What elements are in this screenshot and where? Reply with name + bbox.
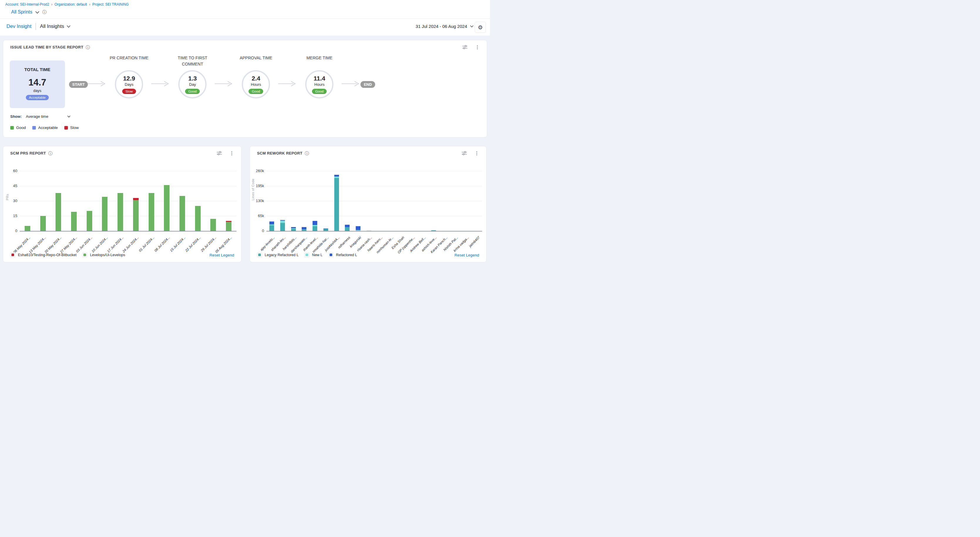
all-insights-label: All Insights bbox=[40, 24, 64, 29]
stage-unit: Hours bbox=[314, 82, 325, 87]
sprint-selector-label[interactable]: All Sprints bbox=[11, 10, 32, 15]
kebab-menu-icon[interactable]: ⋮ bbox=[229, 150, 234, 156]
stage-status-badge: Good bbox=[248, 89, 263, 94]
stage-circle[interactable]: 2.4HoursGood bbox=[242, 70, 270, 99]
bar-segment[interactable] bbox=[323, 229, 328, 229]
show-dropdown[interactable]: Average time bbox=[26, 114, 70, 119]
reset-legend-link[interactable]: Reset Legend bbox=[455, 253, 479, 257]
stage-circle[interactable]: 11.4HoursGood bbox=[305, 70, 333, 99]
issue-lead-time-panel: ISSUE LEAD TIME BY STAGE REPORT ⓘ ⋮ TOTA… bbox=[3, 40, 487, 137]
total-time-card: TOTAL TIME 14.7 days Acceptable bbox=[10, 60, 65, 108]
bar-segment[interactable] bbox=[180, 196, 185, 231]
breadcrumb-link[interactable]: Organization: default bbox=[54, 2, 87, 6]
bar-segment[interactable] bbox=[56, 193, 61, 231]
legend-item: Acceptable bbox=[32, 126, 58, 130]
insight-toolbar: Dev Insight All Insights 31 Jul 2024 - 0… bbox=[0, 19, 490, 35]
legend-item[interactable]: Esha610/Testing-Repo-Of-Bitbucket bbox=[10, 253, 76, 257]
bar-segment[interactable] bbox=[345, 225, 350, 227]
bar-segment[interactable] bbox=[226, 221, 231, 222]
filters-icon[interactable] bbox=[462, 151, 467, 156]
bar-segment[interactable] bbox=[269, 225, 274, 231]
bar-segment[interactable] bbox=[269, 221, 274, 224]
lead-time-flow: TOTAL TIME 14.7 days Acceptable STARTPR … bbox=[10, 55, 375, 114]
bar-segment[interactable] bbox=[71, 212, 77, 231]
bar-segment[interactable] bbox=[431, 230, 436, 231]
filters-icon[interactable] bbox=[462, 45, 468, 49]
bar-segment[interactable] bbox=[133, 200, 138, 231]
legend-label: Levelops/Ui-Levelops bbox=[90, 253, 125, 257]
legend-item[interactable]: Legacy Refactored L bbox=[257, 253, 299, 257]
bar-segment[interactable] bbox=[102, 197, 108, 231]
info-icon[interactable]: ⓘ bbox=[42, 10, 46, 14]
legend-swatch-color bbox=[11, 254, 14, 256]
bar-segment[interactable] bbox=[269, 224, 274, 225]
all-insights-dropdown[interactable]: All Insights bbox=[40, 24, 70, 29]
settings-button[interactable]: ⚙ bbox=[475, 22, 486, 33]
legend-item: Good bbox=[10, 126, 26, 130]
y-axis-tick-label: 65k bbox=[252, 214, 264, 218]
bar-segment[interactable] bbox=[280, 223, 285, 231]
stage-name-label: MERGE TIME bbox=[296, 55, 343, 70]
bar-segment[interactable] bbox=[149, 193, 154, 231]
bar-segment[interactable] bbox=[226, 222, 231, 231]
insight-switcher: Dev Insight All Insights bbox=[6, 23, 70, 30]
bar-segment[interactable] bbox=[356, 226, 360, 230]
legend-label: Refactored L bbox=[336, 253, 357, 257]
prs-chart-legend: Esha610/Testing-Repo-Of-BitbucketLevelop… bbox=[10, 253, 125, 257]
y-axis-tick-label: 15 bbox=[5, 214, 18, 218]
date-range-picker[interactable]: 31 Jul 2024 - 06 Aug 2024 bbox=[416, 24, 474, 29]
stage-status-badge: Good bbox=[185, 89, 200, 94]
reset-legend-link[interactable]: Reset Legend bbox=[210, 253, 234, 257]
bar-segment[interactable] bbox=[323, 229, 328, 231]
bar-segment[interactable] bbox=[291, 229, 296, 231]
bar-segment[interactable] bbox=[313, 221, 317, 225]
bar-segment[interactable] bbox=[334, 178, 339, 231]
bar-segment[interactable] bbox=[313, 226, 317, 231]
bar-segment[interactable] bbox=[302, 229, 306, 230]
stage-circle[interactable]: 12.9DaysSlow bbox=[115, 70, 143, 99]
breadcrumb-separator: › bbox=[51, 2, 52, 6]
legend-item[interactable]: Refactored L bbox=[328, 253, 357, 257]
legend-swatch bbox=[64, 126, 68, 130]
breadcrumb-link[interactable]: Account: SEI-Internal-Prod2 bbox=[5, 2, 49, 6]
sprint-selector[interactable]: All Sprints ⓘ bbox=[11, 10, 46, 15]
bar-segment[interactable] bbox=[280, 221, 285, 223]
dev-insight-link[interactable]: Dev Insight bbox=[6, 24, 32, 29]
bar-segment[interactable] bbox=[210, 219, 216, 231]
legend-swatch bbox=[82, 253, 87, 257]
legend-swatch bbox=[257, 253, 262, 257]
bar-segment[interactable] bbox=[334, 176, 339, 178]
bar-segment[interactable] bbox=[291, 228, 296, 229]
bar-segment[interactable] bbox=[164, 185, 170, 231]
flow-arrow-icon bbox=[151, 81, 170, 88]
chevron-down-icon[interactable] bbox=[35, 10, 39, 15]
info-icon[interactable]: ⓘ bbox=[305, 151, 309, 156]
bar-segment[interactable] bbox=[280, 220, 285, 221]
kebab-menu-icon[interactable]: ⋮ bbox=[475, 44, 480, 50]
breadcrumb-link[interactable]: Project: SEI TRAINING bbox=[92, 2, 129, 6]
kebab-menu-icon[interactable]: ⋮ bbox=[474, 150, 479, 156]
legend-swatch bbox=[304, 253, 309, 257]
bar-segment[interactable] bbox=[302, 227, 306, 229]
bar-segment[interactable] bbox=[118, 193, 123, 231]
bar-segment[interactable] bbox=[133, 198, 138, 200]
bar-segment[interactable] bbox=[195, 206, 200, 231]
stage-circle[interactable]: 1.3DayGood bbox=[178, 70, 207, 99]
bar-segment[interactable] bbox=[313, 225, 317, 226]
bar-segment[interactable] bbox=[334, 175, 339, 176]
bar-segment[interactable] bbox=[302, 229, 306, 231]
filters-icon[interactable] bbox=[217, 151, 222, 156]
bar-segment[interactable] bbox=[40, 216, 46, 231]
bar-segment[interactable] bbox=[25, 226, 30, 231]
bar-segment[interactable] bbox=[367, 230, 371, 231]
bar-segment[interactable] bbox=[356, 230, 360, 231]
bar-segment[interactable] bbox=[291, 227, 296, 228]
total-time-status-badge: Acceptable bbox=[26, 95, 49, 100]
breadcrumb[interactable]: Account: SEI-Internal-Prod2›Organization… bbox=[5, 2, 129, 6]
info-icon[interactable]: ⓘ bbox=[48, 151, 52, 156]
legend-item[interactable]: Levelops/Ui-Levelops bbox=[82, 253, 125, 257]
legend-item[interactable]: New L bbox=[304, 253, 322, 257]
bar-segment[interactable] bbox=[87, 211, 92, 231]
bar-segment[interactable] bbox=[345, 227, 350, 231]
info-icon[interactable]: ⓘ bbox=[86, 45, 90, 49]
